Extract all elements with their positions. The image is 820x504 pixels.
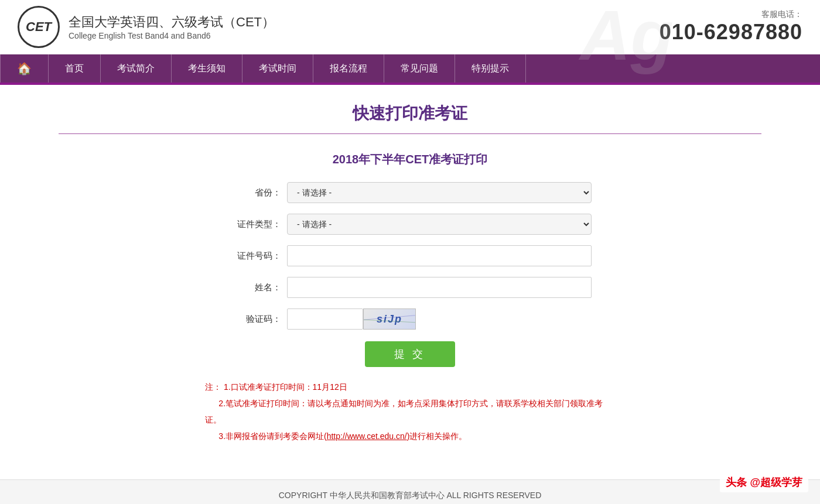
header-title-en: College English Test Band4 and Band6 [69, 31, 275, 40]
notes-line1: 1.口试准考证打印时间：11月12日 [224, 382, 347, 392]
id-number-label: 证件号码： [228, 251, 287, 262]
page-title: 快速打印准考证 [59, 102, 761, 125]
name-input[interactable] [287, 277, 592, 298]
toutiao-watermark: 头条 @超级学芽 [720, 472, 808, 492]
id-number-control [287, 245, 592, 266]
captcha-text: siJp [377, 313, 402, 325]
logo-text: CET [26, 19, 52, 35]
cet-logo: CET [18, 6, 60, 48]
header-title-block: 全国大学英语四、六级考试（CET） College English Test B… [69, 13, 275, 40]
id-type-row: 证件类型： - 请选择 - 居民身份证 护照 [228, 214, 592, 235]
notes-prefix: 注： [205, 382, 221, 392]
id-type-control: - 请选择 - 居民身份证 护照 [287, 214, 592, 235]
notes-line3-url[interactable]: http://www.cet.edu.cn/ [327, 431, 407, 441]
site-footer: COPYRIGHT 中华人民共和国教育部考试中心 ALL RIGHTS RESE… [0, 479, 820, 504]
name-label: 姓名： [228, 282, 287, 293]
header-contact: 客服电话： 010-62987880 [660, 9, 802, 44]
nav-notice[interactable]: 考生须知 [172, 54, 242, 83]
province-control: - 请选择 - 北京 上海 广东 江苏 浙江 [287, 182, 592, 203]
phone-label: 客服电话： [660, 9, 802, 20]
id-type-label: 证件类型： [228, 219, 287, 230]
header-left: CET 全国大学英语四、六级考试（CET） College English Te… [18, 6, 275, 48]
nav-process[interactable]: 报名流程 [313, 54, 384, 83]
notes-line2: 2.笔试准考证打印时间：请以考点通知时间为准，如考点采用集体打印方式，请联系学校… [205, 399, 603, 424]
home-icon: 🏠 [17, 61, 32, 76]
name-control [287, 277, 592, 298]
province-select[interactable]: - 请选择 - 北京 上海 广东 江苏 浙江 [287, 182, 592, 203]
phone-number: 010-62987880 [660, 20, 802, 44]
title-divider [59, 133, 761, 134]
submit-row: 提 交 [228, 341, 592, 367]
notes-line3-suffix: )进行相关操作。 [407, 431, 467, 441]
site-header: CET 全国大学英语四、六级考试（CET） College English Te… [0, 0, 820, 54]
notes-line3-prefix: 3.非网报省份请到考委会网址( [218, 431, 326, 441]
province-label: 省份： [228, 187, 287, 198]
id-number-input[interactable] [287, 245, 592, 266]
notes-section: 注： 1.口试准考证打印时间：11月12日 2.笔试准考证打印时间：请以考点通知… [205, 379, 615, 444]
captcha-label: 验证码： [228, 314, 287, 325]
form-section-title: 2018年下半年CET准考证打印 [59, 152, 761, 167]
nav-time[interactable]: 考试时间 [242, 54, 313, 83]
captcha-input[interactable] [287, 308, 363, 330]
header-title-cn: 全国大学英语四、六级考试（CET） [69, 13, 275, 31]
nav-index[interactable]: 首页 [49, 54, 101, 83]
nav-faq[interactable]: 常见问题 [384, 54, 455, 83]
submit-button[interactable]: 提 交 [365, 341, 455, 367]
name-row: 姓名： [228, 277, 592, 298]
main-nav: 🏠 首页 考试简介 考生须知 考试时间 报名流程 常见问题 特别提示 [0, 54, 820, 83]
nav-tips[interactable]: 特别提示 [455, 54, 526, 83]
nav-home-icon[interactable]: 🏠 [0, 54, 49, 83]
captcha-image[interactable]: siJp [363, 308, 416, 330]
footer-copyright: COPYRIGHT 中华人民共和国教育部考试中心 ALL RIGHTS RESE… [18, 491, 802, 501]
province-row: 省份： - 请选择 - 北京 上海 广东 江苏 浙江 [228, 182, 592, 203]
main-content: 快速打印准考证 2018年下半年CET准考证打印 省份： - 请选择 - 北京 … [0, 85, 820, 468]
captcha-control: siJp [287, 308, 592, 330]
nav-intro[interactable]: 考试简介 [101, 54, 172, 83]
print-form: 省份： - 请选择 - 北京 上海 广东 江苏 浙江 证件类型： - 请选择 -… [228, 182, 592, 367]
captcha-row: 验证码： siJp [228, 308, 592, 330]
id-number-row: 证件号码： [228, 245, 592, 266]
id-type-select[interactable]: - 请选择 - 居民身份证 护照 [287, 214, 592, 235]
